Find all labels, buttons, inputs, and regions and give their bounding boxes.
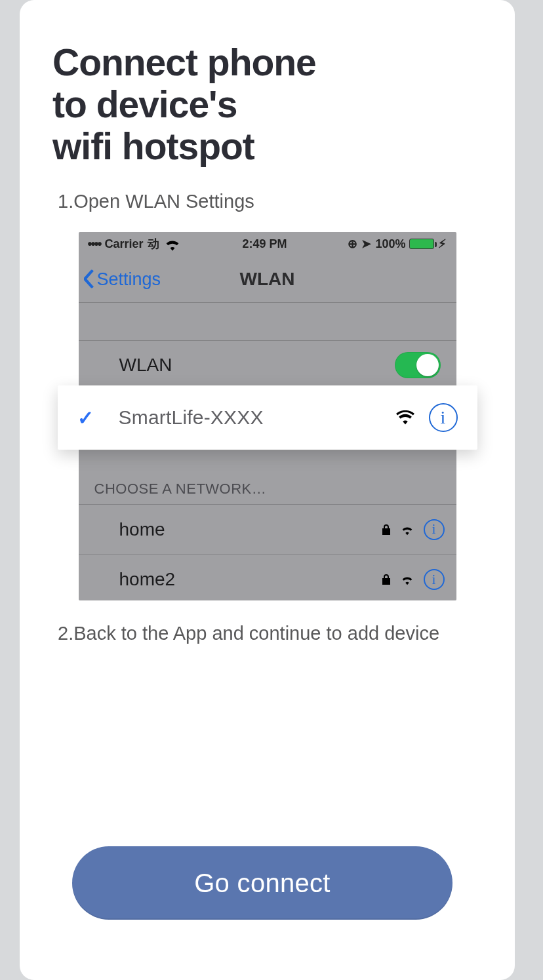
chevron-left-icon — [84, 270, 94, 288]
section-spacer — [79, 303, 456, 341]
selected-network-name: SmartLife-XXXX — [119, 406, 264, 429]
nav-title: WLAN — [240, 269, 295, 290]
step-1-text: 1.Open WLAN Settings — [52, 191, 482, 212]
page-title: Connect phone to device's wifi hotspot — [52, 42, 482, 167]
go-connect-button[interactable]: Go connect — [72, 846, 452, 920]
statusbar-right: ⊕ ➤ 100% ⚡︎ — [348, 237, 447, 251]
carrier-name: Carrier — [105, 237, 144, 251]
back-button[interactable]: Settings — [84, 269, 161, 289]
battery-icon — [409, 239, 434, 249]
checkmark-icon: ✓ — [77, 406, 94, 429]
network-indicators: i — [382, 519, 445, 540]
network-name: home2 — [119, 569, 176, 590]
signal-dots-icon: •••• — [88, 237, 101, 252]
back-label: Settings — [97, 269, 161, 289]
instruction-card: Connect phone to device's wifi hotspot 1… — [20, 0, 515, 980]
nav-bar: Settings WLAN — [79, 256, 456, 303]
title-line: to device's — [52, 83, 237, 125]
wifi-icon — [163, 237, 182, 251]
carrier-suffix: 动 — [148, 236, 159, 252]
location-icon: ➤ — [361, 237, 371, 251]
wifi-icon — [400, 574, 414, 585]
wlan-label: WLAN — [119, 355, 172, 376]
selected-indicators: i — [396, 403, 458, 432]
title-line: Connect phone — [52, 41, 316, 83]
charging-icon: ⚡︎ — [438, 237, 447, 251]
info-icon[interactable]: i — [429, 403, 458, 432]
lock-icon — [382, 524, 391, 536]
network-name: home — [119, 519, 165, 540]
lock-icon — [382, 574, 391, 585]
wlan-toggle-on[interactable] — [395, 352, 441, 378]
selected-left: ✓ SmartLife-XXXX — [77, 406, 264, 429]
wifi-icon — [400, 524, 414, 536]
network-row-home2[interactable]: home2 i — [79, 555, 456, 600]
cta-label: Go connect — [194, 869, 331, 898]
battery-pct: 100% — [375, 237, 405, 251]
info-icon[interactable]: i — [424, 519, 445, 540]
phone-settings-mock: •••• Carrier动 2:49 PM ⊕ ➤ 100% ⚡︎ Settin… — [79, 232, 456, 600]
statusbar-time: 2:49 PM — [242, 237, 287, 251]
info-icon[interactable]: i — [424, 569, 445, 590]
step-2-text: 2.Back to the App and continue to add de… — [52, 623, 482, 644]
wifi-icon — [396, 410, 414, 425]
statusbar-left: •••• Carrier动 — [88, 236, 182, 252]
selected-network-row[interactable]: ✓ SmartLife-XXXX i — [58, 385, 477, 450]
network-indicators: i — [382, 569, 445, 590]
network-row-home[interactable]: home i — [79, 505, 456, 555]
choose-network-header: CHOOSE A NETWORK… — [79, 461, 456, 505]
wlan-toggle-row[interactable]: WLAN — [79, 341, 456, 389]
title-line: wifi hotspot — [52, 125, 254, 167]
statusbar: •••• Carrier动 2:49 PM ⊕ ➤ 100% ⚡︎ — [79, 232, 456, 256]
rotation-lock-icon: ⊕ — [348, 237, 357, 251]
